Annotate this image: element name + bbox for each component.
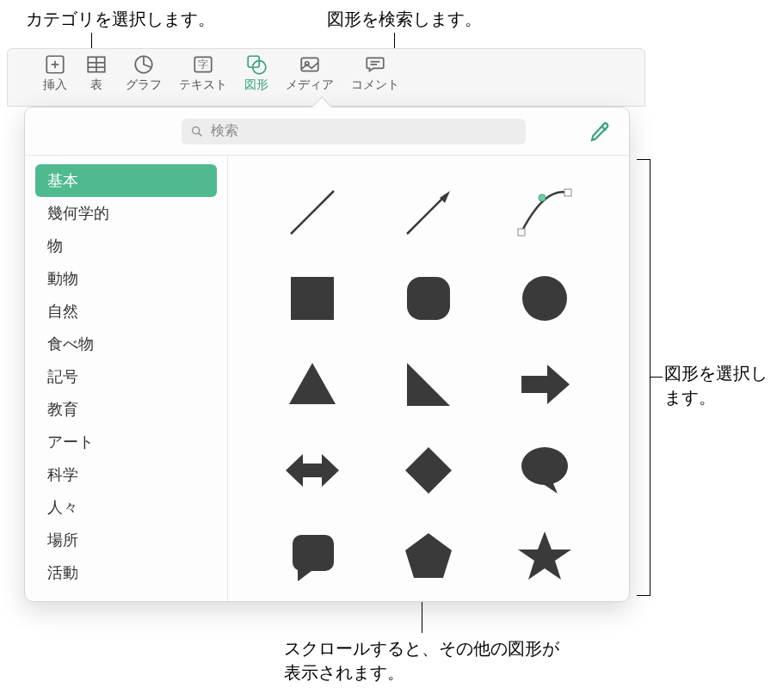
sidebar-item-places[interactable]: 場所	[35, 524, 217, 556]
svg-point-16	[193, 126, 200, 133]
sidebar-item-people[interactable]: 人々	[35, 491, 217, 524]
toolbar-table[interactable]: 表	[84, 53, 108, 93]
comment-icon	[363, 53, 387, 76]
toolbar-label: メディア	[286, 77, 334, 93]
text-icon: 字	[191, 53, 215, 76]
svg-point-24	[539, 194, 546, 201]
toolbar-media[interactable]: メディア	[286, 53, 334, 93]
sidebar-item-animals[interactable]: 動物	[35, 262, 217, 295]
toolbar-chart[interactable]: グラフ	[126, 53, 162, 93]
toolbar-label: グラフ	[126, 77, 162, 93]
shape-diamond[interactable]	[393, 435, 464, 506]
svg-point-33	[521, 447, 568, 485]
shape-speech-bubble[interactable]	[509, 435, 580, 506]
toolbar-shape[interactable]: 図形	[244, 53, 268, 93]
toolbar-label: コメント	[351, 77, 399, 93]
sidebar-item-art[interactable]: アート	[35, 426, 217, 458]
svg-rect-22	[518, 229, 525, 236]
toolbar-text[interactable]: 字 テキスト	[179, 53, 227, 93]
shapes-popover: 検索 基本 幾何学的 物 動物 自然 食べ物 記号 教育 アート 科学 人々 場…	[24, 107, 630, 602]
svg-rect-23	[564, 189, 571, 196]
toolbar-label: 図形	[244, 77, 268, 93]
callout-bracket	[637, 159, 650, 596]
popover-header: 検索	[25, 107, 629, 156]
sidebar-item-food[interactable]: 食べ物	[35, 328, 217, 360]
shape-arrow-bidirectional[interactable]	[277, 435, 348, 506]
media-icon	[298, 53, 322, 76]
search-icon	[190, 125, 204, 138]
sidebar-item-education[interactable]: 教育	[35, 393, 217, 426]
svg-rect-26	[407, 277, 450, 320]
svg-marker-34	[542, 482, 558, 494]
toolbar-label: 挿入	[43, 77, 67, 93]
search-placeholder: 検索	[211, 122, 238, 140]
shape-circle[interactable]	[509, 263, 580, 334]
svg-line-20	[407, 195, 446, 234]
shape-right-triangle[interactable]	[393, 349, 464, 420]
popover-body: 基本 幾何学的 物 動物 自然 食べ物 記号 教育 アート 科学 人々 場所 活…	[25, 156, 629, 601]
sidebar-item-nature[interactable]: 自然	[35, 295, 217, 328]
shape-icon	[244, 53, 268, 76]
svg-marker-32	[405, 447, 452, 494]
sidebar-item-geometric[interactable]: 幾何学的	[35, 197, 217, 230]
toolbar-label: テキスト	[179, 77, 227, 93]
shape-grid[interactable]	[228, 156, 629, 601]
shape-pentagon[interactable]	[393, 521, 464, 592]
shape-rounded-square[interactable]	[393, 263, 464, 334]
shape-line[interactable]	[277, 177, 348, 248]
app-toolbar: 挿入 表 グラフ 字 テキスト 図形 メディア コメント	[43, 53, 399, 93]
sidebar-item-symbols[interactable]: 記号	[35, 360, 217, 393]
sidebar-item-objects[interactable]: 物	[35, 230, 217, 262]
table-icon	[84, 53, 108, 76]
svg-line-17	[199, 133, 201, 136]
svg-marker-28	[289, 363, 336, 404]
search-input[interactable]: 検索	[182, 119, 526, 144]
svg-marker-31	[286, 454, 339, 487]
svg-marker-36	[298, 569, 311, 581]
svg-marker-38	[518, 531, 571, 580]
category-sidebar[interactable]: 基本 幾何学的 物 動物 自然 食べ物 記号 教育 アート 科学 人々 場所 活…	[25, 156, 228, 601]
svg-text:字: 字	[198, 58, 208, 71]
shape-square[interactable]	[277, 263, 348, 334]
pen-icon	[588, 119, 613, 144]
svg-point-27	[522, 276, 567, 321]
sidebar-item-basic[interactable]: 基本	[35, 164, 217, 197]
draw-pen-button[interactable]	[588, 119, 613, 144]
callout-line	[650, 377, 663, 378]
insert-icon	[43, 53, 67, 76]
shape-curve[interactable]	[509, 177, 580, 248]
sidebar-item-activities[interactable]: 活動	[35, 556, 217, 589]
callout-scroll: スクロールすると、その他の図形が表示されます。	[284, 636, 559, 685]
callout-search: 図形を検索します。	[327, 7, 482, 31]
sidebar-item-science[interactable]: 科学	[35, 458, 217, 491]
toolbar-insert[interactable]: 挿入	[43, 53, 67, 93]
shape-callout-square[interactable]	[277, 521, 348, 592]
svg-rect-35	[293, 535, 334, 571]
toolbar-label: 表	[90, 77, 102, 93]
svg-line-19	[291, 191, 334, 234]
svg-rect-25	[291, 277, 334, 320]
callout-category: カテゴリを選択します。	[26, 7, 215, 31]
chart-icon	[132, 53, 156, 76]
toolbar-comment[interactable]: コメント	[351, 53, 399, 93]
svg-marker-30	[521, 365, 570, 404]
svg-marker-29	[407, 363, 450, 406]
shape-star[interactable]	[509, 521, 580, 592]
svg-marker-37	[405, 533, 452, 578]
shape-triangle[interactable]	[277, 349, 348, 420]
callout-select: 図形を選択します。	[664, 361, 783, 409]
shape-arrow-line[interactable]	[393, 177, 464, 248]
shape-arrow-right[interactable]	[509, 349, 580, 420]
